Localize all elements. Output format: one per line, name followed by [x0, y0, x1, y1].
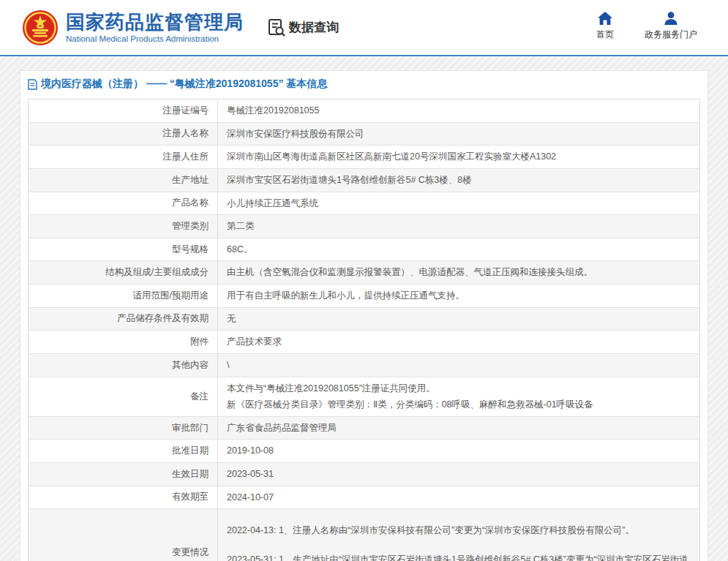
- row-value-line: 无: [227, 312, 691, 327]
- row-label-text: 其他内容: [172, 359, 209, 372]
- row-value-line: 粤械注准20192081055: [227, 103, 691, 118]
- table-row: 批准日期2019-10-08: [29, 440, 699, 463]
- row-value-line: 68C。: [227, 242, 691, 257]
- row-label: 批准日期: [29, 440, 217, 462]
- table-row: 有效期至2024-10-07: [29, 486, 699, 510]
- row-label: 注册人住所: [29, 146, 217, 168]
- row-label-text: 生效日期: [172, 468, 209, 481]
- row-value-line: 由主机（含空氧混合仪和监测显示报警装置）、电源适配器、气道正压阀和连接接头组成。: [227, 265, 691, 280]
- row-label-text: 附件: [190, 336, 209, 348]
- row-label-text: 注册人住所: [163, 151, 209, 163]
- row-value: 第二类: [217, 215, 699, 238]
- row-value-line: 2022-04-13: 1、注册人名称由“深圳市安保科技有限公司”变更为“深圳市…: [227, 523, 691, 538]
- row-label: 变更情况: [29, 509, 217, 561]
- row-value: 用于有自主呼吸的新生儿和小儿，提供持续正压通气支持。: [217, 285, 699, 307]
- row-label-text: 审批部门: [172, 422, 209, 434]
- row-value: 2019-10-08: [217, 440, 699, 462]
- row-label-text: 结构及组成/主要组成成分: [105, 266, 209, 279]
- row-value: \: [217, 354, 699, 377]
- table-row: 注册证编号粤械注准20192081055: [29, 99, 699, 123]
- row-value: 小儿持续正压通气系统: [217, 192, 699, 215]
- row-label: 适用范围/预期用途: [29, 285, 217, 307]
- row-value: 粤械注准20192081055: [217, 99, 699, 122]
- table-row: 生效日期2023-05-31: [29, 463, 699, 486]
- row-label: 其他内容: [29, 354, 217, 377]
- data-query-nav[interactable]: 数据查询: [267, 18, 339, 37]
- site-header: 国家药品监督管理局 National Medical Products Admi…: [0, 0, 728, 56]
- page-title-bar: 境内医疗器械（注册） —— “粤械注准20192081055” 基本信息: [20, 71, 708, 97]
- nav-item-portal[interactable]: 政务服务门户: [645, 12, 697, 41]
- table-row: 适用范围/预期用途用于有自主呼吸的新生儿和小儿，提供持续正压通气支持。: [29, 285, 699, 308]
- registration-info-table: 注册证编号粤械注准20192081055注册人名称深圳市安保医疗科技股份有限公司…: [28, 99, 700, 561]
- row-value-line: 2023-05-31: 1、生产地址由“深圳市宝安区石岩街道塘头1号路创维创新谷…: [227, 552, 691, 561]
- row-value-line: 本文件与“粤械注准20192081055”注册证共同使用。: [227, 381, 691, 396]
- row-value-line: 新《医疗器械分类目录》管理类别：Ⅱ类，分类编码：08呼吸、麻醉和急救器械-01呼…: [227, 397, 691, 413]
- table-row: 备注本文件与“粤械注准20192081055”注册证共同使用。新《医疗器械分类目…: [29, 377, 699, 417]
- page-title: 境内医疗器械（注册） —— “粤械注准20192081055” 基本信息: [41, 78, 327, 91]
- row-label: 生效日期: [29, 463, 217, 486]
- row-label: 注册证编号: [29, 99, 217, 122]
- table-row: 变更情况2022-04-13: 1、注册人名称由“深圳市安保科技有限公司”变更为…: [29, 509, 699, 561]
- header-nav: 首页 政务服务门户: [590, 12, 697, 41]
- data-query-label: 数据查询: [289, 19, 339, 36]
- row-value-line: 2024-10-07: [227, 490, 691, 505]
- row-label: 生产地址: [29, 169, 217, 192]
- row-value-line: 产品技术要求: [227, 334, 691, 350]
- row-label: 产品储存条件及有效期: [29, 308, 217, 331]
- row-label-text: 有效期至: [172, 491, 209, 503]
- table-row: 审批部门广东省食品药品监督管理局: [29, 417, 699, 440]
- table-row: 管理类别第二类: [29, 215, 699, 238]
- row-label-text: 产品储存条件及有效期: [117, 312, 209, 325]
- row-value: 由主机（含空氧混合仪和监测显示报警装置）、电源适配器、气道正压阀和连接接头组成。: [217, 261, 699, 284]
- table-row: 附件产品技术要求: [29, 331, 699, 354]
- row-value-line: 小儿持续正压通气系统: [227, 196, 691, 211]
- row-label-text: 型号规格: [172, 244, 209, 256]
- row-label: 备注: [29, 377, 217, 416]
- row-label-text: 注册证编号: [163, 105, 209, 117]
- row-value: 68C。: [217, 238, 699, 261]
- row-label: 审批部门: [29, 417, 217, 440]
- row-label: 有效期至: [29, 486, 217, 509]
- row-label: 型号规格: [29, 238, 217, 261]
- org-name: 国家药品监督管理局: [66, 12, 244, 33]
- row-value-line: 用于有自主呼吸的新生儿和小儿，提供持续正压通气支持。: [227, 288, 691, 304]
- row-label: 产品名称: [29, 192, 217, 215]
- row-value: 无: [217, 308, 699, 331]
- user-icon: [664, 12, 678, 25]
- row-value-line: \: [227, 358, 691, 373]
- table-row: 注册人住所深圳市南山区粤海街道高新区社区高新南七道20号深圳国家工程实验室大楼A…: [29, 146, 699, 169]
- row-value-line: 2019-10-08: [227, 443, 691, 459]
- table-row: 生产地址深圳市宝安区石岩街道塘头1号路创维创新谷5# C栋3楼、8楼: [29, 169, 699, 192]
- row-value-line: 广东省食品药品监督管理局: [227, 421, 691, 436]
- row-value-line: 深圳市宝安区石岩街道塘头1号路创维创新谷5# C栋3楼、8楼: [227, 173, 691, 188]
- row-value: 深圳市宝安区石岩街道塘头1号路创维创新谷5# C栋3楼、8楼: [217, 169, 699, 192]
- row-value: 本文件与“粤械注准20192081055”注册证共同使用。新《医疗器械分类目录》…: [217, 377, 699, 416]
- table-row: 结构及组成/主要组成成分由主机（含空氧混合仪和监测显示报警装置）、电源适配器、气…: [29, 261, 699, 285]
- table-row: 型号规格68C。: [29, 238, 699, 262]
- row-value: 2022-04-13: 1、注册人名称由“深圳市安保科技有限公司”变更为“深圳市…: [217, 509, 699, 561]
- row-value-line: 深圳市安保医疗科技股份有限公司: [227, 127, 691, 142]
- row-label: 附件: [29, 331, 217, 353]
- nav-label-home: 首页: [596, 29, 614, 41]
- row-label-text: 产品名称: [172, 197, 209, 209]
- row-value: 深圳市南山区粤海街道高新区社区高新南七道20号深圳国家工程实验室大楼A1302: [217, 146, 699, 168]
- row-label-text: 批准日期: [172, 445, 209, 457]
- row-value-line: 第二类: [227, 219, 691, 234]
- home-icon: [598, 12, 612, 25]
- row-value: 2024-10-07: [217, 486, 699, 509]
- row-value: 产品技术要求: [217, 331, 699, 353]
- row-label: 管理类别: [29, 215, 217, 238]
- nav-label-portal: 政务服务门户: [645, 29, 697, 41]
- table-row: 产品名称小儿持续正压通气系统: [29, 192, 699, 216]
- org-name-en: National Medical Products Administration: [66, 34, 244, 43]
- document-icon: [28, 79, 37, 90]
- row-label-text: 变更情况: [172, 546, 209, 559]
- row-value: 广东省食品药品监督管理局: [217, 417, 699, 440]
- row-label-text: 管理类别: [172, 220, 209, 233]
- row-value: 深圳市安保医疗科技股份有限公司: [217, 123, 699, 146]
- table-row: 产品储存条件及有效期无: [29, 308, 699, 331]
- table-row: 其他内容\: [29, 354, 699, 377]
- nav-item-home[interactable]: 首页: [590, 12, 620, 41]
- data-query-icon: [267, 18, 286, 37]
- row-label-text: 适用范围/预期用途: [133, 290, 209, 302]
